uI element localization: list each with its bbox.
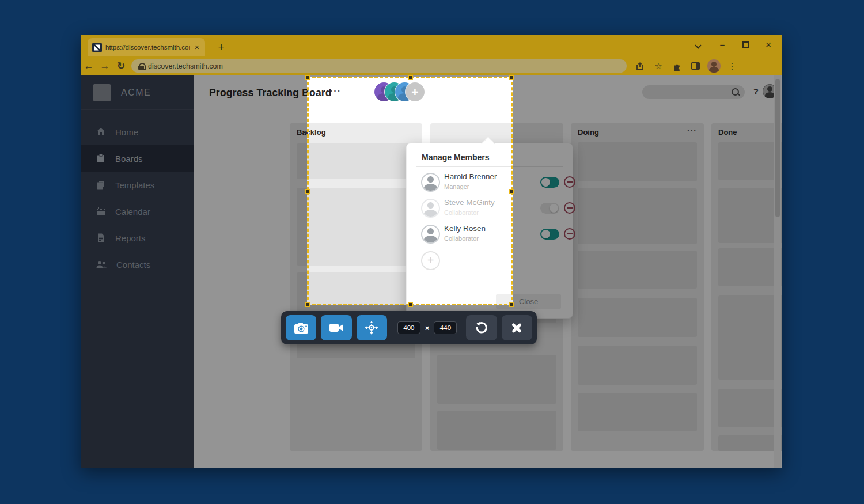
window-close-button[interactable]: ×: [760, 37, 777, 53]
dim-overlay: [81, 77, 307, 305]
reload-icon[interactable]: ↻: [113, 60, 129, 72]
bookmark-star-icon[interactable]: ☆: [651, 59, 666, 74]
restart-capture-button[interactable]: [466, 315, 497, 340]
member-name: Harold Brenner: [444, 172, 497, 181]
techsmith-favicon-icon: [92, 43, 102, 52]
tab-close-icon[interactable]: ×: [194, 43, 200, 52]
capture-width-input[interactable]: [397, 321, 420, 334]
browser-profile-avatar[interactable]: [706, 59, 721, 74]
redo-arrow-icon: [475, 321, 488, 335]
camera-icon: [294, 321, 309, 334]
tab-title: https://discover.techsmith.com: [105, 44, 190, 51]
member-name: Kelly Rosen: [444, 224, 486, 233]
browser-toolbar: ← → ↻ discover.techsmith.com ☆ ⋮: [81, 56, 782, 75]
member-avatar-icon: [421, 199, 440, 218]
capture-toolbar: ×: [281, 311, 537, 344]
video-capture-button[interactable]: [321, 315, 351, 340]
member-role: Manager: [444, 183, 469, 190]
member-avatar-icon: [421, 225, 440, 244]
forward-icon[interactable]: →: [97, 60, 113, 72]
side-panel-icon[interactable]: [688, 59, 703, 74]
member-name: Steve McGinty: [444, 198, 495, 207]
member-avatar-icon: [421, 173, 440, 192]
image-capture-button[interactable]: [286, 315, 316, 340]
dim-overlay: [513, 77, 782, 305]
board-menu-dots[interactable]: ···: [330, 86, 341, 96]
member-role: Collaborator: [444, 209, 479, 216]
video-camera-icon: [329, 322, 344, 334]
back-icon[interactable]: ←: [81, 60, 97, 72]
region-select-button[interactable]: [357, 315, 387, 340]
dimensions-separator: ×: [425, 324, 430, 332]
popup-title: Manage Members: [422, 153, 489, 162]
window-minimize-button[interactable]: –: [714, 37, 731, 53]
extensions-puzzle-icon[interactable]: [669, 59, 684, 74]
member-role: Collaborator: [444, 235, 479, 242]
window-chevron-icon[interactable]: [689, 37, 707, 53]
window-maximize-button[interactable]: [737, 37, 754, 53]
region-crosshair-icon: [364, 320, 379, 335]
address-bar[interactable]: discover.techsmith.com: [131, 59, 627, 73]
add-member-button[interactable]: +: [421, 251, 440, 270]
board-card: [297, 143, 415, 179]
capture-height-input[interactable]: [434, 321, 457, 334]
cancel-capture-button[interactable]: [502, 315, 532, 340]
lock-icon: [138, 63, 144, 70]
browser-tab[interactable]: https://discover.techsmith.com ×: [88, 38, 205, 56]
desktop: https://discover.techsmith.com × + – × ←…: [0, 0, 864, 504]
close-x-icon: [511, 323, 522, 333]
add-member-avatar-button[interactable]: +: [406, 82, 425, 101]
tab-strip: https://discover.techsmith.com × + – ×: [81, 35, 782, 56]
share-icon[interactable]: [632, 59, 647, 74]
new-tab-button[interactable]: +: [214, 40, 228, 54]
menu-kebab-icon[interactable]: ⋮: [725, 59, 740, 74]
board-card: [297, 188, 415, 266]
url-text: discover.techsmith.com: [148, 62, 223, 70]
